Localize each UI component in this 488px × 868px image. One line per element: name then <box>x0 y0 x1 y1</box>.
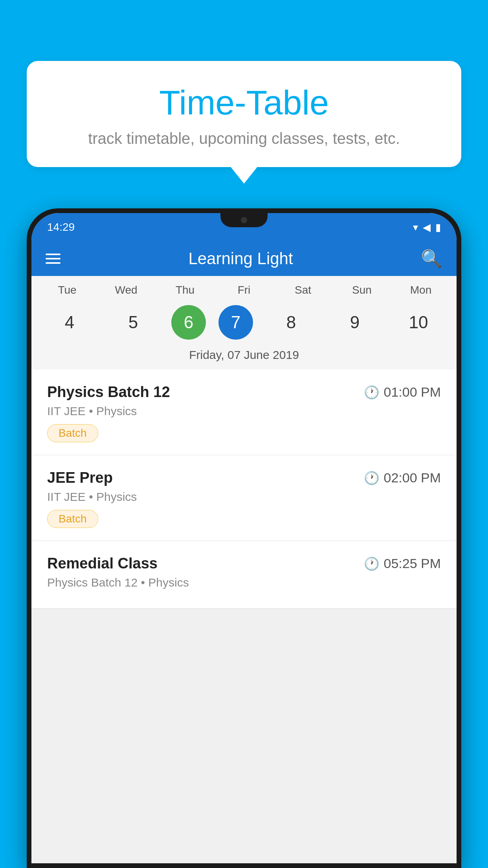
class-list: Physics Batch 12 🕐 01:00 PM IIT JEE • Ph… <box>31 370 457 609</box>
calendar-strip: TueWedThuFriSatSunMon 45678910 Friday, 0… <box>31 276 457 370</box>
app-bar: Learning Light 🔍 <box>31 241 457 276</box>
day-number-5[interactable]: 5 <box>108 303 159 342</box>
day-number-6[interactable]: 6 <box>171 305 206 340</box>
class-time: 🕐 02:00 PM <box>364 470 441 485</box>
class-item-header: Physics Batch 12 🕐 01:00 PM <box>47 384 441 401</box>
phone-frame: 14:29 ▾ ◀ ▮ Learning Light 🔍 Tu <box>27 208 461 868</box>
day-header-sun: Sun <box>336 284 387 296</box>
signal-icon: ◀ <box>423 221 431 234</box>
class-item-header: JEE Prep 🕐 02:00 PM <box>47 469 441 486</box>
speech-bubble: Time-Table track timetable, upcoming cla… <box>27 61 461 167</box>
class-item[interactable]: JEE Prep 🕐 02:00 PM IIT JEE • Physics Ba… <box>31 455 457 541</box>
menu-button[interactable] <box>46 254 61 264</box>
phone-screen: 14:29 ▾ ◀ ▮ Learning Light 🔍 Tu <box>31 213 457 863</box>
selected-date: Friday, 07 June 2019 <box>31 342 457 370</box>
day-header-wed: Wed <box>101 284 152 296</box>
clock-icon: 🕐 <box>364 556 380 571</box>
day-header-mon: Mon <box>395 284 446 296</box>
class-subtitle: IIT JEE • Physics <box>47 490 441 504</box>
status-bar: 14:29 ▾ ◀ ▮ <box>31 213 457 241</box>
batch-tag: Batch <box>47 510 98 528</box>
search-button[interactable]: 🔍 <box>421 248 442 269</box>
app-title: Learning Light <box>188 249 293 268</box>
page-subtitle: track timetable, upcoming classes, tests… <box>50 130 438 147</box>
class-time: 🕐 01:00 PM <box>364 384 441 400</box>
class-name: Remedial Class <box>47 555 158 572</box>
camera-dot <box>241 217 247 223</box>
day-number-8[interactable]: 8 <box>266 303 317 342</box>
battery-icon: ▮ <box>435 221 441 234</box>
wifi-icon: ▾ <box>413 221 418 234</box>
class-item[interactable]: Physics Batch 12 🕐 01:00 PM IIT JEE • Ph… <box>31 370 457 455</box>
day-header-tue: Tue <box>42 284 93 296</box>
class-name: Physics Batch 12 <box>47 384 170 401</box>
day-numbers: 45678910 <box>31 296 457 342</box>
status-icons: ▾ ◀ ▮ <box>413 221 441 234</box>
status-time: 14:29 <box>47 221 75 234</box>
clock-icon: 🕐 <box>364 471 380 485</box>
class-subtitle: IIT JEE • Physics <box>47 405 441 418</box>
class-name: JEE Prep <box>47 469 113 486</box>
day-number-4[interactable]: 4 <box>44 303 95 342</box>
clock-icon: 🕐 <box>364 385 380 400</box>
batch-tag: Batch <box>47 424 98 442</box>
class-item[interactable]: Remedial Class 🕐 05:25 PM Physics Batch … <box>31 541 457 609</box>
day-header-sat: Sat <box>277 284 328 296</box>
day-number-7[interactable]: 7 <box>218 305 253 340</box>
class-subtitle: Physics Batch 12 • Physics <box>47 576 441 589</box>
day-header-thu: Thu <box>160 284 211 296</box>
phone-notch <box>220 213 268 227</box>
day-header-fri: Fri <box>218 284 270 296</box>
day-headers: TueWedThuFriSatSunMon <box>31 284 457 296</box>
page-title: Time-Table <box>50 83 438 123</box>
day-number-9[interactable]: 9 <box>329 303 380 342</box>
class-time: 🕐 05:25 PM <box>364 556 441 571</box>
day-number-10[interactable]: 10 <box>393 303 444 342</box>
class-item-header: Remedial Class 🕐 05:25 PM <box>47 555 441 572</box>
